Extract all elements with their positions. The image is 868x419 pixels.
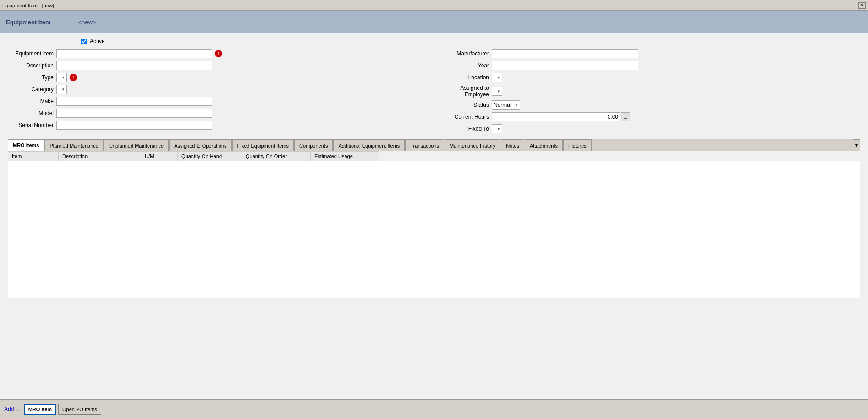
assigned-to-employee-row: Assigned to Employee <box>443 85 860 98</box>
make-row: Make <box>8 97 434 106</box>
model-label: Model <box>8 110 54 116</box>
header-label: Equipment Item <box>6 19 51 26</box>
fixed-to-row: Fixed To <box>443 124 860 133</box>
col-header-quantity-on-order[interactable]: Quantity On Order <box>242 151 311 161</box>
assigned-to-employee-select-wrapper <box>492 87 502 96</box>
status-row: Status Normal <box>443 100 860 110</box>
active-label: Active <box>90 38 105 44</box>
tab-transactions[interactable]: Transactions <box>405 139 444 151</box>
active-row: Active <box>81 38 860 44</box>
tab-unplanned-maintenance[interactable]: Unplanned Maintenance <box>104 139 169 151</box>
fixed-to-label: Fixed To <box>443 126 489 132</box>
tabs-row: MRO Items Planned Maintenance Unplanned … <box>8 139 860 151</box>
year-row: Year <box>443 61 860 70</box>
content-area: Active Equipment Item ! Description <box>0 33 868 399</box>
type-required-icon: ! <box>70 74 77 81</box>
col-header-description[interactable]: Description <box>59 151 141 161</box>
col-header-um[interactable]: U/M <box>141 151 178 161</box>
form-section: Equipment Item ! Description Type ! <box>8 49 860 133</box>
tab-planned-maintenance[interactable]: Planned Maintenance <box>44 139 103 151</box>
status-select-wrapper: Normal <box>492 100 520 110</box>
equipment-item-input[interactable] <box>56 49 212 58</box>
year-label: Year <box>443 62 489 69</box>
tab-components[interactable]: Components <box>294 139 333 151</box>
main-window: Equipment Item - [new] × Equipment Item … <box>0 0 868 419</box>
current-hours-input[interactable] <box>492 112 620 121</box>
type-label: Type <box>8 74 54 81</box>
tab-pictures[interactable]: Pictures <box>563 139 592 151</box>
tab-assigned-to-operations[interactable]: Assigned to Operations <box>169 139 231 151</box>
description-row: Description <box>8 61 434 70</box>
tab-content-area: Item Description U/M Quantity On Hand Qu… <box>8 151 860 298</box>
window-title: Equipment Item - [new] <box>2 3 54 8</box>
description-input[interactable] <box>56 61 212 70</box>
form-left: Equipment Item ! Description Type ! <box>8 49 434 133</box>
category-row: Category <box>8 85 434 94</box>
type-row: Type ! <box>8 73 434 82</box>
equipment-item-required-icon: ! <box>215 50 222 57</box>
tabs-container: MRO Items Planned Maintenance Unplanned … <box>8 139 860 298</box>
category-label: Category <box>8 86 54 93</box>
status-select[interactable]: Normal <box>492 100 520 110</box>
type-select[interactable] <box>56 73 67 82</box>
assigned-to-employee-label: Assigned to Employee <box>443 85 489 98</box>
equipment-item-label: Equipment Item <box>8 50 54 57</box>
tab-notes[interactable]: Notes <box>501 139 524 151</box>
location-select[interactable] <box>492 73 502 82</box>
col-header-item[interactable]: Item <box>8 151 59 161</box>
header: Equipment Item <new> <box>0 11 868 33</box>
form-right: Manufacturer Year Location Assig <box>434 49 860 133</box>
tab-attachments[interactable]: Attachments <box>525 139 563 151</box>
manufacturer-row: Manufacturer <box>443 49 860 58</box>
current-hours-browse-button[interactable]: ... <box>621 112 630 121</box>
tab-mro-items[interactable]: MRO Items <box>8 139 44 151</box>
fixed-to-select[interactable] <box>492 124 502 133</box>
bottom-toolbar: Add ... MRO Item Open PO Items <box>0 399 868 419</box>
fixed-to-select-wrapper <box>492 124 502 133</box>
close-button[interactable]: × <box>858 2 866 9</box>
current-hours-row: Current Hours ... <box>443 112 860 121</box>
serial-number-row: Serial Number <box>8 121 434 130</box>
current-hours-label: Current Hours <box>443 114 489 120</box>
tab-fixed-equipment-items[interactable]: Fixed Equipment Items <box>232 139 294 151</box>
header-value: <new> <box>78 19 96 26</box>
title-bar: Equipment Item - [new] × <box>0 0 868 11</box>
open-po-items-button[interactable]: Open PO Items <box>58 404 101 415</box>
year-input[interactable] <box>492 61 638 70</box>
model-row: Model <box>8 109 434 118</box>
type-select-wrapper <box>56 73 67 82</box>
active-checkbox[interactable] <box>81 39 87 44</box>
mro-item-button[interactable]: MRO Item <box>24 404 56 415</box>
tab-additional-equipment-items[interactable]: Additional Equipment Items <box>333 139 405 151</box>
make-label: Make <box>8 98 54 105</box>
tabs-dropdown-button[interactable]: ▼ <box>853 139 860 151</box>
manufacturer-label: Manufacturer <box>443 50 489 57</box>
mro-data-area <box>8 161 860 298</box>
serial-number-label: Serial Number <box>8 122 54 128</box>
make-input[interactable] <box>56 97 212 106</box>
location-label: Location <box>443 74 489 81</box>
description-label: Description <box>8 62 54 69</box>
category-select[interactable] <box>56 85 67 94</box>
serial-number-input[interactable] <box>56 121 212 130</box>
location-row: Location <box>443 73 860 82</box>
col-header-estimated-usage[interactable]: Estimated Usage <box>311 151 379 161</box>
mro-column-headers: Item Description U/M Quantity On Hand Qu… <box>8 151 860 161</box>
status-label: Status <box>443 102 489 108</box>
tab-maintenance-history[interactable]: Maintenance History <box>445 139 500 151</box>
col-header-quantity-on-hand[interactable]: Quantity On Hand <box>178 151 242 161</box>
model-input[interactable] <box>56 109 212 118</box>
assigned-to-employee-select[interactable] <box>492 87 502 96</box>
manufacturer-input[interactable] <box>492 49 638 58</box>
add-label[interactable]: Add ... <box>4 406 20 413</box>
current-hours-wrapper: ... <box>492 112 630 121</box>
location-select-wrapper <box>492 73 502 82</box>
equipment-item-row: Equipment Item ! <box>8 49 434 58</box>
category-select-wrapper <box>56 85 67 94</box>
